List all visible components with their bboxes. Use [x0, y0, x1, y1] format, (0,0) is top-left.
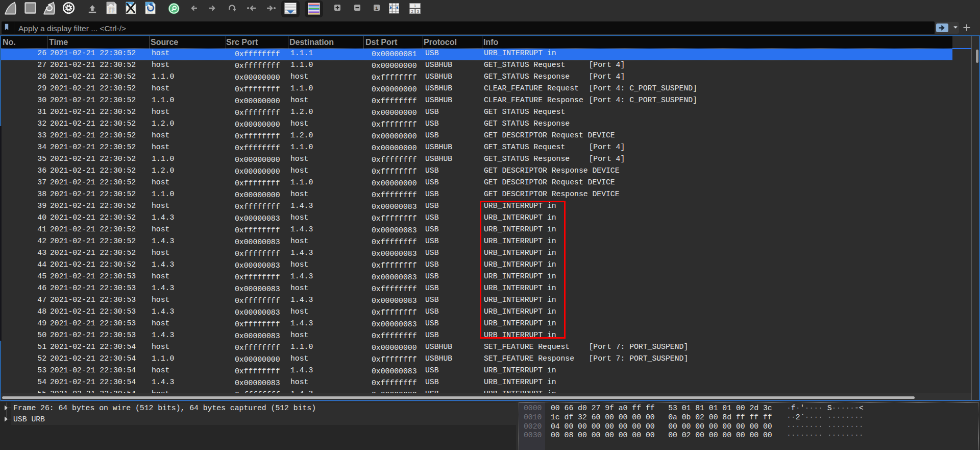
- svg-text:2: 2: [411, 9, 413, 14]
- svg-text:1: 1: [414, 4, 416, 8]
- svg-text:1: 1: [375, 5, 378, 11]
- svg-text:0111: 0111: [148, 11, 154, 14]
- svg-text:0111: 0111: [109, 11, 115, 14]
- svg-text:3: 3: [417, 9, 419, 14]
